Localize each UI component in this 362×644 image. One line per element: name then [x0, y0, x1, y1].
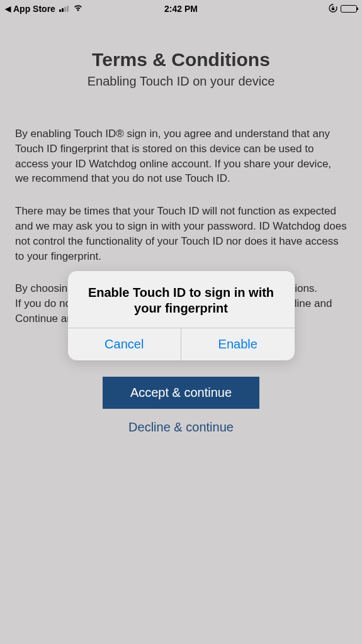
page-subtitle: Enabling Touch ID on your device	[15, 74, 347, 89]
orientation-lock-icon	[328, 3, 338, 15]
cancel-button[interactable]: Cancel	[68, 328, 182, 360]
battery-icon	[341, 5, 357, 13]
accept-continue-button[interactable]: Accept & continue	[103, 377, 259, 409]
dialog-title: Enable Touch ID to sign in with your fin…	[68, 271, 295, 328]
enable-button[interactable]: Enable	[181, 328, 295, 360]
status-left: ◀ App Store	[5, 4, 83, 14]
button-area: Accept & continue Decline & continue	[15, 377, 347, 435]
page-title: Terms & Conditions	[15, 49, 347, 70]
back-app-label[interactable]: App Store	[13, 4, 55, 14]
status-time: 2:42 PM	[164, 4, 198, 14]
wifi-icon	[73, 4, 83, 14]
decline-continue-button[interactable]: Decline & continue	[128, 420, 234, 435]
terms-paragraph-2: There may be times that your Touch ID wi…	[15, 204, 347, 264]
terms-paragraph-1: By enabling Touch ID® sign in, you agree…	[15, 126, 347, 186]
svg-rect-1	[332, 8, 334, 10]
status-right	[328, 3, 357, 15]
dialog-buttons: Cancel Enable	[68, 328, 295, 360]
main-content: Terms & Conditions Enabling Touch ID on …	[0, 18, 362, 435]
status-bar: ◀ App Store 2:42 PM	[0, 0, 362, 18]
back-arrow-icon[interactable]: ◀	[5, 4, 11, 13]
touch-id-dialog: Enable Touch ID to sign in with your fin…	[68, 271, 295, 360]
cellular-signal-icon	[59, 6, 69, 12]
